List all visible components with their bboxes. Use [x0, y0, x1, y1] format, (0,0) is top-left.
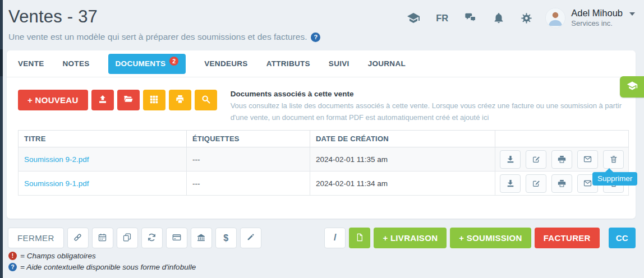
- fermer-button[interactable]: FERMER: [8, 228, 64, 248]
- upload-button[interactable]: [91, 90, 114, 110]
- table-row: Soumission 9-1.pdf --- 2024-02-01 11:34 …: [19, 172, 629, 196]
- legend-help: ? = Aide contextuelle disponible sous fo…: [8, 263, 196, 271]
- academy-side-tab[interactable]: [620, 76, 644, 98]
- bottom-toolbar-right: / + LIVRAISON + SOUMISSION FACTURER CC: [324, 228, 636, 248]
- edit-button[interactable]: [526, 174, 546, 193]
- tab-journal[interactable]: JOURNAL: [368, 59, 406, 68]
- mail-icon: [583, 155, 592, 164]
- help-question-icon: ?: [8, 263, 17, 271]
- header-actions: FR Adel Mihoub Services inc.: [406, 6, 635, 30]
- page-subtitle-text: Une vente est un modèle qui sert à prépa…: [8, 32, 307, 42]
- notifications-bell-icon[interactable]: [493, 12, 505, 24]
- link-button[interactable]: [67, 228, 89, 248]
- academy-icon[interactable]: [406, 11, 421, 25]
- column-header-titre[interactable]: TITRE: [19, 131, 187, 147]
- payment-card-button[interactable]: [166, 228, 187, 248]
- download-button[interactable]: [500, 174, 521, 193]
- section-intro: Documents associés à cette vente Vous co…: [231, 90, 625, 124]
- window-edge-strip: [0, 0, 3, 278]
- bank-icon: [196, 233, 206, 244]
- search-icon: [201, 94, 211, 106]
- legend-required-text: = Champs obligatoires: [20, 252, 96, 260]
- documents-table: TITRE ÉTIQUETTES DATE DE CRÉATION Soumis…: [18, 130, 629, 196]
- soumission-button[interactable]: + SOUMISSION: [450, 228, 531, 248]
- bottom-toolbar-left: FERMER $: [8, 228, 261, 248]
- dollar-icon: $: [223, 233, 228, 243]
- page-subtitle: Une vente est un modèle qui sert à prépa…: [8, 32, 320, 42]
- required-exclamation-icon: !: [8, 252, 17, 260]
- print-button[interactable]: [551, 150, 572, 169]
- documents-count-badge: 2: [169, 57, 178, 66]
- download-button[interactable]: [500, 150, 521, 169]
- document-link[interactable]: Soumission 9-2.pdf: [24, 155, 89, 164]
- graduation-cap-icon: [626, 80, 638, 94]
- new-document-button[interactable]: + NOUVEAU: [18, 90, 88, 110]
- edit-sale-button[interactable]: [240, 228, 261, 248]
- section-heading: Documents associés à cette vente: [231, 90, 625, 98]
- credit-card-icon: [172, 233, 182, 244]
- tab-attributs[interactable]: ATTRIBUTS: [266, 59, 310, 68]
- ventes-page: Ventes - 37 Une vente est un modèle qui …: [0, 0, 644, 278]
- new-document-green-button[interactable]: [349, 228, 370, 248]
- tab-documents-label: DOCUMENTS: [116, 59, 166, 68]
- cc-button[interactable]: CC: [609, 228, 636, 248]
- created-cell: 2024-02-01 11:35 am: [310, 147, 495, 172]
- tab-vente[interactable]: VENTE: [18, 59, 44, 68]
- mail-button[interactable]: [577, 150, 598, 169]
- tab-notes[interactable]: NOTES: [63, 59, 90, 68]
- tab-bar: VENTE NOTES DOCUMENTS 2 VENDEURS ATTRIBU…: [7, 50, 636, 77]
- slash-button[interactable]: /: [324, 228, 346, 248]
- calendar-icon: [98, 233, 107, 244]
- trash-icon: [609, 155, 618, 164]
- tab-documents[interactable]: DOCUMENTS 2: [108, 54, 186, 74]
- open-folder-button[interactable]: [117, 90, 140, 110]
- livraison-button[interactable]: + LIVRAISON: [374, 228, 447, 248]
- documents-toolbar: + NOUVEAU Documents associés à ce: [18, 90, 625, 124]
- print-icon: [557, 155, 567, 164]
- table-row: Soumission 9-2.pdf --- 2024-02-01 11:35 …: [19, 147, 629, 172]
- messages-icon[interactable]: [463, 12, 477, 24]
- user-company: Services inc.: [571, 20, 623, 28]
- table-header-row: TITRE ÉTIQUETTES DATE DE CRÉATION: [19, 131, 629, 147]
- print-button[interactable]: [551, 174, 572, 193]
- refresh-button[interactable]: [141, 228, 163, 248]
- row-actions: [500, 150, 624, 169]
- facturer-button[interactable]: FACTURER: [535, 228, 600, 248]
- grid-view-button[interactable]: [143, 90, 165, 110]
- delete-button[interactable]: [603, 150, 624, 169]
- document-link[interactable]: Soumission 9-1.pdf: [24, 179, 89, 188]
- page-title: Ventes - 37: [8, 7, 98, 27]
- calendar-button[interactable]: [92, 228, 113, 248]
- edit-icon: [532, 179, 541, 188]
- download-icon: [506, 179, 515, 188]
- user-menu[interactable]: Adel Mihoub Services inc.: [571, 8, 623, 28]
- settings-gear-icon[interactable]: [520, 12, 533, 25]
- refresh-icon: [147, 233, 157, 244]
- legend: ! = Champs obligatoires ? = Aide context…: [8, 252, 196, 274]
- user-avatar[interactable]: [545, 8, 565, 28]
- tags-cell: ---: [187, 172, 310, 196]
- print-list-button[interactable]: [169, 90, 191, 110]
- file-icon: [355, 233, 364, 244]
- upload-icon: [98, 94, 108, 106]
- column-header-etiquettes[interactable]: ÉTIQUETTES: [187, 131, 310, 147]
- help-icon[interactable]: ?: [311, 33, 320, 42]
- search-button[interactable]: [195, 90, 217, 110]
- dollar-button[interactable]: $: [215, 228, 237, 248]
- duplicate-button[interactable]: [117, 228, 138, 248]
- tab-vendeurs[interactable]: VENDEURS: [204, 59, 247, 68]
- edit-button[interactable]: [526, 150, 546, 169]
- scrollbar-thumb[interactable]: [0, 49, 3, 76]
- bank-button[interactable]: [191, 228, 212, 248]
- pencil-icon: [246, 233, 255, 243]
- language-selector[interactable]: FR: [436, 13, 448, 24]
- created-cell: 2024-02-01 11:34 am: [310, 172, 495, 196]
- tab-suivi[interactable]: SUIVI: [329, 59, 349, 68]
- column-header-date-creation[interactable]: DATE DE CRÉATION: [310, 131, 495, 147]
- folder-open-icon: [123, 94, 134, 106]
- copy-icon: [122, 233, 132, 244]
- link-icon: [73, 233, 82, 244]
- caret-down-icon[interactable]: [629, 12, 635, 16]
- tags-cell: ---: [187, 147, 310, 172]
- download-icon: [506, 155, 515, 164]
